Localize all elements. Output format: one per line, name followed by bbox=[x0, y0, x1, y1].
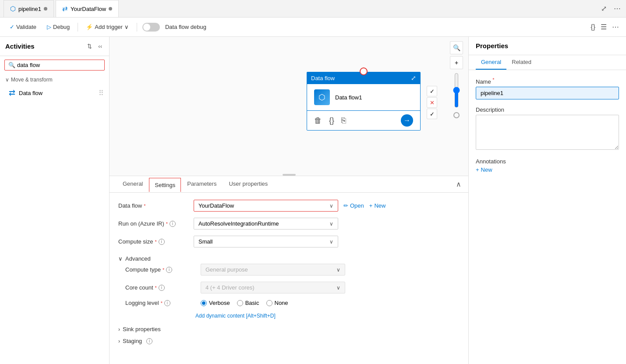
required-star-1: * bbox=[144, 203, 145, 209]
logging-info-icon[interactable]: i bbox=[164, 300, 170, 306]
settings-dataflow-row: Data flow * YourDataFlow ∨ ✏ Open bbox=[118, 200, 460, 212]
search-box[interactable]: 🔍 data flow bbox=[4, 60, 105, 71]
computesize-chevron: ∨ bbox=[329, 239, 333, 245]
debug-button[interactable]: ▷ Debug bbox=[42, 21, 74, 32]
runon-select[interactable]: AutoResolveIntegrationRuntime ∨ bbox=[194, 218, 338, 230]
new-plus-icon-1: + bbox=[369, 202, 373, 209]
settings-collapse-button[interactable]: ∧ bbox=[456, 180, 461, 188]
computesize-select[interactable]: Small ∨ bbox=[194, 236, 338, 247]
corecount-info-icon[interactable]: i bbox=[159, 285, 165, 291]
props-tab-general[interactable]: General bbox=[476, 55, 506, 70]
tab-parameters[interactable]: Parameters bbox=[181, 176, 223, 192]
search-icon: 🔍 bbox=[8, 62, 15, 68]
computetype-control: General purpose ∨ bbox=[201, 264, 460, 276]
tab-general[interactable]: General bbox=[117, 176, 149, 192]
toolbar-divider-2 bbox=[137, 23, 137, 32]
staging-collapse-icon: › bbox=[118, 338, 120, 344]
more-toolbar-icon[interactable]: ⋯ bbox=[610, 21, 621, 33]
computesize-control: Small ∨ bbox=[194, 236, 460, 247]
canvas-separator bbox=[283, 174, 296, 176]
runon-control: AutoResolveIntegrationRuntime ∨ bbox=[194, 218, 460, 230]
code-node-icon[interactable]: {} bbox=[329, 116, 334, 125]
tab-settings[interactable]: Settings bbox=[149, 178, 181, 192]
search-canvas-button[interactable]: 🔍 bbox=[450, 41, 463, 54]
computetype-select[interactable]: General purpose ∨ bbox=[201, 264, 345, 276]
corecount-control: 4 (+ 4 Driver cores) ∨ bbox=[201, 282, 460, 293]
advanced-chevron-icon: ∨ bbox=[118, 255, 123, 262]
zoom-slider[interactable] bbox=[452, 73, 461, 108]
delete-node-icon[interactable]: 🗑 bbox=[314, 116, 322, 125]
advanced-header[interactable]: ∨ Advanced bbox=[118, 254, 460, 264]
add-trigger-label: Add trigger bbox=[95, 24, 123, 30]
properties-body: Name * pipeline1 Description Annotations… bbox=[469, 70, 626, 364]
dataflow-item-icon: ⇄ bbox=[9, 88, 15, 98]
sidebar-collapse-icon[interactable]: ⇅ bbox=[85, 41, 94, 51]
staging-info-icon[interactable]: i bbox=[146, 338, 152, 344]
dynamic-content-link[interactable]: Add dynamic content [Alt+Shift+D] bbox=[195, 313, 276, 319]
runon-field-label: Run on (Azure IR) * i bbox=[118, 220, 188, 227]
node-external-link-icon[interactable]: ⤢ bbox=[411, 74, 416, 81]
toolbar-right-icons: {} ☰ ⋯ bbox=[589, 21, 621, 33]
tab-user-properties[interactable]: User properties bbox=[223, 176, 274, 192]
new-dataflow-button[interactable]: + New bbox=[369, 202, 386, 209]
dataflow-node: Data flow ⤢ ⬡ Data flow1 🗑 {} ⎘ → bbox=[307, 72, 421, 131]
node-header-label: Data flow bbox=[311, 75, 335, 81]
expand-icon[interactable]: ⤢ bbox=[599, 3, 608, 14]
settings-tabs-row: General Settings Parameters User propert… bbox=[110, 176, 468, 193]
name-input[interactable]: pipeline1 bbox=[476, 87, 619, 99]
computesize-info-icon[interactable]: i bbox=[159, 239, 165, 245]
sidebar-title: Activities bbox=[5, 42, 35, 50]
node-footer: 🗑 {} ⎘ → bbox=[307, 111, 421, 131]
props-tab-related[interactable]: Related bbox=[506, 55, 537, 70]
computetype-info-icon[interactable]: i bbox=[166, 267, 172, 273]
code-icon[interactable]: {} bbox=[589, 21, 597, 33]
node-checkmark-2[interactable]: ✓ bbox=[427, 109, 437, 119]
drag-handle-icon: ⠿ bbox=[99, 89, 104, 97]
node-arrow-button[interactable]: → bbox=[401, 114, 413, 127]
advanced-body: Compute type * i General purpose ∨ bbox=[118, 264, 460, 319]
main-content: Activities ⇅ ‹‹ 🔍 data flow ∨ Move & tra… bbox=[0, 37, 626, 364]
canvas-area: 🔍 + Data flow ⤢ ⬡ Data flow1 bbox=[110, 37, 468, 364]
node-checkmark-1[interactable]: ✓ bbox=[427, 86, 437, 96]
radio-none[interactable]: None bbox=[266, 300, 288, 306]
node-cross-icon[interactable]: ✕ bbox=[427, 97, 437, 108]
settings-panel: General Settings Parameters User propert… bbox=[110, 176, 468, 364]
search-input[interactable]: data flow bbox=[17, 62, 101, 68]
dataflow-select-chevron: ∨ bbox=[329, 203, 333, 209]
add-trigger-button[interactable]: ⚡ Add trigger ∨ bbox=[81, 21, 133, 32]
zoom-in-button[interactable]: + bbox=[450, 56, 463, 69]
settings-corecount-row: Core count * i 4 (+ 4 Driver cores) ∨ bbox=[125, 282, 460, 293]
validate-button[interactable]: ✓ Validate bbox=[5, 21, 41, 32]
section-title-move-transform[interactable]: ∨ Move & transform bbox=[5, 77, 104, 83]
sidebar-header-icons: ⇅ ‹‹ bbox=[85, 41, 104, 51]
copy-node-icon[interactable]: ⎘ bbox=[341, 116, 346, 125]
more-options-icon[interactable]: ⋯ bbox=[612, 3, 622, 14]
radio-basic[interactable]: Basic bbox=[237, 300, 259, 306]
open-button[interactable]: ✏ Open bbox=[343, 202, 364, 209]
corecount-select[interactable]: 4 (+ 4 Driver cores) ∨ bbox=[201, 282, 345, 293]
properties-tabs: General Related bbox=[469, 55, 626, 70]
staging-label: Staging bbox=[123, 338, 142, 344]
tab-pipeline1-label: pipeline1 bbox=[18, 6, 41, 12]
new-annotation-button[interactable]: + New bbox=[476, 166, 492, 173]
sink-properties-row[interactable]: › Sink properties bbox=[118, 323, 460, 335]
tab-yourdataflow[interactable]: ⇄ YourDataFlow bbox=[56, 0, 119, 17]
settings-computesize-row: Compute size * i Small ∨ bbox=[118, 236, 460, 247]
staging-row[interactable]: › Staging i bbox=[118, 335, 460, 347]
canvas[interactable]: 🔍 + Data flow ⤢ ⬡ Data flow1 bbox=[110, 37, 468, 176]
runon-info-icon[interactable]: i bbox=[170, 221, 176, 227]
dataflow-select[interactable]: YourDataFlow ∨ bbox=[194, 200, 338, 212]
radio-verbose[interactable]: Verbose bbox=[201, 300, 230, 306]
settings-body: Data flow * YourDataFlow ∨ ✏ Open bbox=[110, 193, 468, 364]
computetype-field-label: Compute type * i bbox=[125, 266, 195, 273]
prop-description-label: Description bbox=[476, 106, 619, 113]
sidebar-close-icon[interactable]: ‹‹ bbox=[96, 41, 104, 51]
description-textarea[interactable] bbox=[476, 115, 619, 150]
radio-none-label: None bbox=[275, 300, 288, 306]
tab-pipeline1[interactable]: ⬡ pipeline1 bbox=[4, 0, 54, 17]
sidebar-item-dataflow[interactable]: ⇄ Data flow ⠿ bbox=[0, 85, 109, 100]
computesize-field-label: Compute size * i bbox=[118, 238, 188, 245]
data-flow-debug-toggle[interactable] bbox=[142, 23, 160, 32]
properties-panel-icon[interactable]: ☰ bbox=[599, 21, 608, 33]
required-star-4: * bbox=[163, 267, 164, 272]
